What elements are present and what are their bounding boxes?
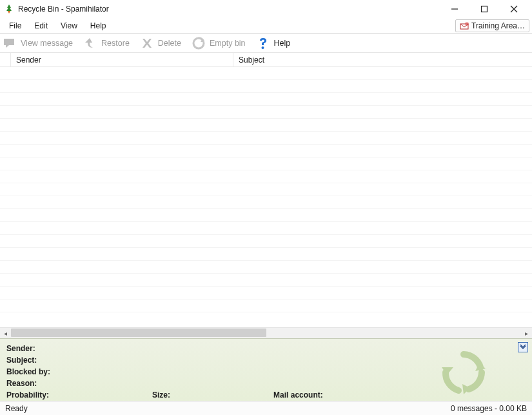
delete-button[interactable]: Delete xyxy=(139,35,186,52)
list-row xyxy=(0,119,532,132)
window-title: Recycle Bin - Spamihilator xyxy=(18,5,109,14)
recycle-logo-icon xyxy=(440,349,487,396)
scroll-track[interactable] xyxy=(11,328,521,338)
view-message-label: View message xyxy=(21,39,73,48)
menu-bar: File Edit View Help Training Area… xyxy=(0,18,532,34)
list-row xyxy=(0,132,532,145)
details-collapse-button[interactable] xyxy=(518,342,528,352)
app-icon xyxy=(4,4,14,14)
view-message-icon xyxy=(3,36,17,50)
list-row xyxy=(0,106,532,119)
restore-label: Restore xyxy=(101,39,130,48)
detail-probability-label: Probability: xyxy=(6,390,49,400)
list-row xyxy=(0,80,532,93)
view-message-button[interactable]: View message xyxy=(1,35,78,52)
menu-help[interactable]: Help xyxy=(84,20,113,32)
list-row xyxy=(0,209,532,222)
training-area-icon xyxy=(460,21,469,30)
toolbar: View message Restore Delete Empty bin xyxy=(0,34,532,53)
delete-label: Delete xyxy=(158,39,181,48)
svg-point-8 xyxy=(261,46,264,49)
empty-bin-button[interactable]: Empty bin xyxy=(190,35,251,52)
training-area-button[interactable]: Training Area… xyxy=(455,19,529,32)
training-area-label: Training Area… xyxy=(471,21,525,30)
horizontal-scrollbar[interactable]: ◂ ▸ xyxy=(0,327,532,338)
empty-bin-label: Empty bin xyxy=(210,39,246,48)
status-bar: Ready 0 messages - 0.00 KB xyxy=(0,401,532,415)
detail-blockedby-label: Blocked by: xyxy=(6,367,50,376)
list-row xyxy=(0,261,532,274)
scroll-left-icon[interactable]: ◂ xyxy=(0,328,11,339)
detail-subject-label: Subject: xyxy=(6,356,37,365)
delete-icon xyxy=(140,36,154,50)
minimize-button[interactable] xyxy=(446,3,464,15)
list-row xyxy=(0,157,532,170)
detail-mailaccount-label: Mail account: xyxy=(273,390,323,400)
help-icon xyxy=(256,36,270,50)
message-list: Sender Subject ◂ ▸ xyxy=(0,53,532,338)
detail-reason-label: Reason: xyxy=(6,379,37,388)
list-row xyxy=(0,145,532,157)
status-summary: 0 messages - 0.00 KB xyxy=(451,404,527,413)
scroll-right-icon[interactable]: ▸ xyxy=(521,328,532,339)
list-row xyxy=(0,67,532,80)
column-subject[interactable]: Subject xyxy=(233,53,532,66)
list-row xyxy=(0,196,532,209)
column-headers: Sender Subject xyxy=(0,53,532,67)
message-list-body[interactable] xyxy=(0,67,532,327)
list-row xyxy=(0,299,532,312)
close-button[interactable] xyxy=(505,3,523,15)
list-row xyxy=(0,274,532,287)
maximize-button[interactable] xyxy=(475,3,493,15)
title-bar: Recycle Bin - Spamihilator xyxy=(0,0,532,18)
scroll-thumb[interactable] xyxy=(11,329,266,337)
empty-bin-icon xyxy=(192,36,206,50)
detail-size-label: Size: xyxy=(152,390,170,400)
help-label: Help xyxy=(274,39,291,48)
menu-file[interactable]: File xyxy=(3,20,28,32)
list-row xyxy=(0,183,532,196)
svg-rect-1 xyxy=(482,6,488,12)
status-ready: Ready xyxy=(5,404,28,413)
menu-view[interactable]: View xyxy=(54,20,84,32)
column-sender[interactable]: Sender xyxy=(11,53,233,66)
list-row xyxy=(0,222,532,235)
restore-button[interactable]: Restore xyxy=(82,35,135,52)
list-row xyxy=(0,248,532,261)
detail-sender-label: Sender: xyxy=(6,344,35,353)
column-gutter[interactable] xyxy=(0,53,11,66)
svg-point-5 xyxy=(465,22,469,26)
menu-edit[interactable]: Edit xyxy=(28,20,54,32)
list-row xyxy=(0,170,532,183)
list-row xyxy=(0,93,532,106)
list-row xyxy=(0,287,532,299)
help-button[interactable]: Help xyxy=(255,35,296,52)
list-row xyxy=(0,235,532,248)
details-panel: Sender: Subject: Blocked by: Reason: Pro… xyxy=(0,338,532,401)
restore-icon xyxy=(83,36,97,50)
